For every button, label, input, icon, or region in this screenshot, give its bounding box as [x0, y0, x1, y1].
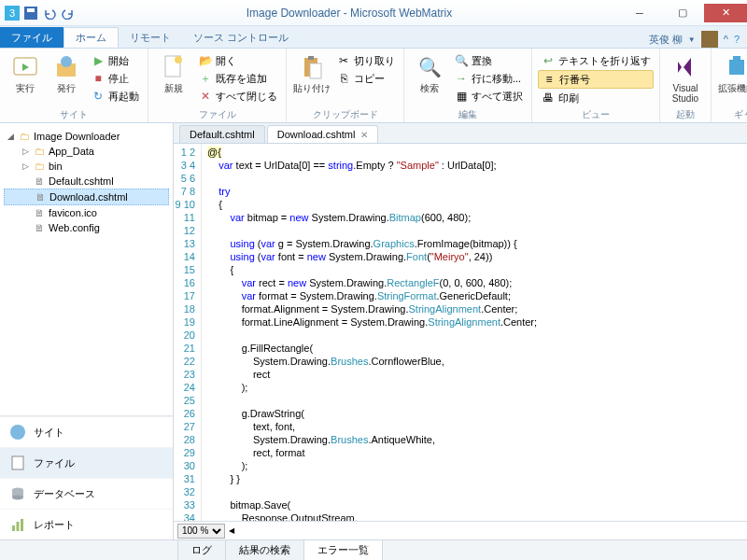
play-icon: ▶ [91, 53, 106, 68]
quick-access-toolbar: 3 [0, 5, 80, 21]
replace-icon: 🔍 [454, 53, 469, 68]
folder-icon: 🗀 [33, 145, 46, 158]
tab-source-control[interactable]: ソース コントロール [182, 27, 300, 48]
publish-button[interactable]: 発行 [47, 50, 86, 93]
copy-button[interactable]: ⎘コピー [333, 70, 398, 87]
wrap-icon: ↩ [541, 53, 556, 68]
svg-rect-24 [17, 522, 20, 531]
status-tab-errors[interactable]: エラー一覧 [303, 539, 383, 560]
svg-point-18 [10, 425, 25, 440]
tab-home[interactable]: ホーム [63, 27, 119, 48]
tab-remote[interactable]: リモート [119, 27, 182, 48]
svg-rect-19 [12, 456, 23, 469]
avatar[interactable] [701, 31, 718, 48]
svg-point-22 [12, 496, 23, 500]
svg-rect-3 [27, 8, 35, 12]
close-tab-icon[interactable]: ✕ [360, 130, 368, 140]
close-button[interactable]: ✕ [704, 4, 747, 22]
stop-button[interactable]: ■停止 [88, 70, 142, 87]
svg-point-7 [61, 56, 72, 67]
user-name: 英俊 柳 [649, 33, 683, 47]
folder-icon: 🗀 [33, 160, 46, 173]
status-tab-log[interactable]: ログ [177, 539, 226, 560]
folder-open-icon: 📂 [198, 53, 213, 68]
tree-item[interactable]: 🗎Download.cshtml [4, 189, 169, 205]
code-editor[interactable]: 1 2 3 4 5 6 7 8 9 10 11 12 13 14 15 16 1… [174, 144, 747, 521]
replace-button[interactable]: 🔍置換 [451, 52, 526, 69]
maximize-button[interactable]: ▢ [661, 4, 704, 22]
add-existing-button[interactable]: ＋既存を追加 [195, 70, 280, 87]
redo-icon[interactable] [60, 5, 77, 21]
cut-button[interactable]: ✂切り取り [333, 52, 398, 69]
goto-line-button[interactable]: →行に移動... [451, 70, 526, 87]
add-file-icon: ＋ [198, 71, 213, 86]
svg-rect-13 [729, 60, 744, 75]
svg-rect-25 [21, 519, 23, 531]
file-tree: ◢🗀Image Downloader ▷🗀App_Data▷🗀bin🗎Defau… [0, 123, 173, 415]
start-button[interactable]: ▶開始 [88, 52, 142, 69]
print-icon: 🖶 [541, 91, 556, 105]
file-icon: 🗎 [33, 221, 46, 234]
sidebar: ◢🗀Image Downloader ▷🗀App_Data▷🗀bin🗎Defau… [0, 123, 174, 539]
editor-tab[interactable]: Download.cshtml✕ [267, 125, 379, 143]
goto-icon: → [454, 71, 469, 86]
restart-button[interactable]: ↻再起動 [88, 88, 142, 105]
zoom-select[interactable]: 100 % [177, 524, 225, 539]
line-num-icon: ≡ [542, 72, 557, 87]
run-button[interactable]: 実行 [6, 50, 45, 93]
editor-tabs: Default.cshtml Download.cshtml✕ [174, 123, 747, 144]
tree-item[interactable]: 🗎Default.cshtml [4, 174, 169, 189]
print-button[interactable]: 🖶印刷 [538, 90, 654, 106]
nav-report[interactable]: レポート [0, 509, 173, 539]
copy-icon: ⎘ [336, 71, 351, 86]
new-button[interactable]: 新規 [154, 50, 193, 93]
file-menu[interactable]: ファイル [0, 27, 63, 48]
zoom-bar: 100 % ◀ [174, 521, 747, 539]
open-button[interactable]: 📂開く [195, 52, 280, 69]
line-numbers-button[interactable]: ≡行番号 [538, 70, 654, 89]
chevron-down-icon[interactable]: ▼ [688, 35, 696, 44]
tree-item[interactable]: 🗎Web.config [4, 220, 169, 235]
status-tab-search[interactable]: 結果の検索 [225, 539, 304, 560]
extensions-button[interactable]: 拡張機能 [717, 50, 747, 93]
close-all-icon: ✕ [198, 89, 213, 104]
code-text[interactable]: @{ var text = UrlData[0] == string.Empty… [202, 144, 747, 521]
minimize-button[interactable]: ─ [618, 4, 661, 22]
tree-item[interactable]: 🗎favicon.ico [4, 205, 169, 220]
ribbon: 実行 発行 ▶開始 ■停止 ↻再起動 サイト 新規 📂開く ＋既存を追加 ✕すべ… [0, 49, 747, 123]
menu-bar: ファイル ホーム リモート ソース コントロール 英俊 柳 ▼ ^ ? [0, 26, 747, 49]
svg-text:3: 3 [9, 7, 15, 19]
select-all-button[interactable]: ▦すべて選択 [451, 88, 526, 105]
nav-file[interactable]: ファイル [0, 447, 173, 478]
svg-rect-11 [308, 56, 314, 60]
visual-studio-button[interactable]: Visual Studio [666, 50, 705, 104]
undo-icon[interactable] [41, 5, 58, 21]
svg-rect-14 [733, 56, 740, 62]
tree-item[interactable]: ▷🗀bin [4, 159, 169, 174]
find-button[interactable]: 🔍検索 [410, 50, 449, 93]
editor-tab[interactable]: Default.cshtml [179, 125, 265, 143]
tree-root[interactable]: ◢🗀Image Downloader [4, 129, 169, 144]
nav-site[interactable]: サイト [0, 416, 173, 447]
expander-icon: ▷ [21, 147, 30, 156]
wrap-text-button[interactable]: ↩テキストを折り返す [538, 52, 654, 69]
svg-point-9 [175, 56, 182, 63]
help-icon[interactable]: ? [734, 34, 740, 45]
file-icon: 🗎 [33, 206, 46, 219]
save-icon[interactable] [22, 5, 39, 21]
collapse-ribbon-icon[interactable]: ^ [724, 34, 728, 45]
expander-icon: ◢ [6, 132, 15, 141]
search-icon: 🔍 [415, 52, 444, 82]
restart-icon: ↻ [91, 89, 106, 104]
app-icon[interactable]: 3 [4, 5, 21, 21]
folder-icon: 🗀 [18, 130, 31, 143]
tree-item[interactable]: ▷🗀App_Data [4, 144, 169, 159]
chevron-left-icon[interactable]: ◀ [229, 526, 234, 535]
window-title: Image Downloader - Microsoft WebMatrix [80, 7, 618, 20]
close-all-button[interactable]: ✕すべて閉じる [195, 88, 280, 105]
paste-button[interactable]: 貼り付け [292, 50, 331, 93]
stop-icon: ■ [91, 71, 106, 86]
select-all-icon: ▦ [454, 89, 469, 104]
nav-database[interactable]: データベース [0, 478, 173, 509]
svg-rect-12 [310, 63, 321, 78]
